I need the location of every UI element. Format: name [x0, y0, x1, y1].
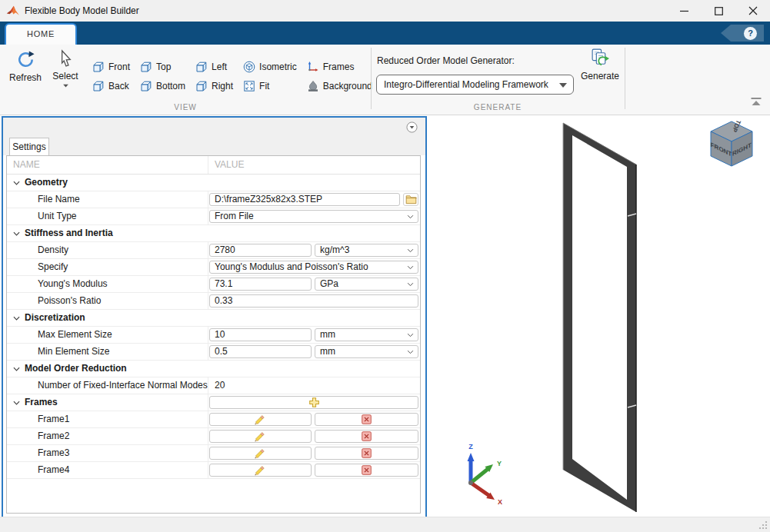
axis-z-label: Z [468, 443, 473, 451]
property-row-unit-type: Unit TypeFrom File [7, 208, 420, 225]
collapse-ribbon-button[interactable] [750, 97, 762, 107]
resize-grip[interactable] [758, 520, 768, 530]
number-of-fixed-interface-normal-modes-value[interactable]: 20 [215, 377, 225, 394]
view-button-frames[interactable]: Frames [305, 58, 374, 76]
poisson-s-ratio-input[interactable]: 0.33 [209, 294, 418, 308]
cube-back-icon [92, 80, 105, 92]
section-collapse-icon [13, 181, 20, 185]
view-cube[interactable]: TOP FRONT RIGHT [711, 119, 752, 166]
view-button-label: Left [212, 62, 227, 72]
section-title: Frames [25, 394, 58, 411]
view-button-left[interactable]: Left [194, 58, 235, 76]
edit-frame-icon [255, 431, 266, 442]
property-row-frame4: Frame4 [7, 462, 420, 479]
delete-frame-icon [361, 464, 372, 476]
window-title: Flexible Body Model Builder [25, 0, 139, 22]
minimize-button[interactable] [667, 0, 701, 22]
property-name: Frame2 [7, 428, 208, 444]
3d-viewport[interactable]: TOP FRONT RIGHT Z Y X [427, 115, 770, 517]
min-element-size-input[interactable]: 0.5 [209, 345, 312, 358]
young-s-modulus-unit-select[interactable]: GPa [315, 278, 418, 291]
property-name: Frame1 [7, 411, 208, 427]
background-icon [307, 80, 319, 92]
tab-home[interactable]: HOME [5, 23, 77, 45]
file-name-input[interactable]: D:\frameZ325x82x3.STEP [209, 193, 400, 206]
view-button-label: Front [108, 62, 130, 72]
close-button[interactable] [736, 0, 770, 22]
dropdown-caret-icon [407, 350, 414, 354]
column-header-value: VALUE [215, 156, 244, 174]
refresh-button[interactable]: Refresh [6, 49, 45, 83]
panel-collapse-button[interactable] [406, 121, 418, 133]
edit-frame3-button[interactable] [209, 447, 312, 460]
property-row-specify: SpecifyYoung's Modulus and Poisson's Rat… [7, 259, 420, 276]
dropdown-caret-icon [407, 214, 414, 219]
cube-front-icon [92, 61, 105, 73]
unit-type-select[interactable]: From File [209, 210, 418, 223]
delete-frame4-button[interactable] [315, 464, 418, 477]
section-collapse-icon [13, 367, 20, 371]
section-title-cell: Stiffness and Inertia [7, 225, 208, 241]
status-strip [0, 517, 770, 532]
generate-label: Generate [581, 71, 619, 81]
axis-y-label: Y [497, 460, 502, 467]
view-button-label: Back [108, 81, 129, 91]
property-name: Max Element Size [7, 327, 208, 343]
edit-frame2-button[interactable] [209, 430, 312, 443]
toolbar-separator [371, 48, 372, 109]
add-frame-button[interactable] [209, 396, 418, 409]
property-name: Unit Type [7, 208, 208, 224]
grid-header: NAME VALUE [7, 156, 420, 175]
refresh-icon [15, 49, 36, 70]
delete-frame1-button[interactable] [315, 413, 418, 426]
help-button[interactable]: ? [721, 25, 764, 42]
max-element-size-input[interactable]: 10 [209, 328, 312, 341]
delete-frame3-button[interactable] [315, 447, 418, 460]
select-caret-icon[interactable] [62, 84, 69, 88]
section-title: Stiffness and Inertia [25, 225, 113, 241]
edit-frame1-button[interactable] [209, 413, 312, 426]
edit-frame4-button[interactable] [209, 464, 312, 477]
delete-frame-icon [361, 447, 372, 459]
view-button-background[interactable]: Background [305, 77, 374, 95]
cube-bottom-icon [140, 80, 152, 92]
section-title-cell: Model Order Reduction [7, 361, 208, 377]
delete-frame2-button[interactable] [315, 430, 418, 443]
density-input[interactable]: 2780 [209, 244, 312, 257]
section-row-geometry: Geometry [7, 175, 420, 191]
max-element-size-unit-select[interactable]: mm [315, 328, 418, 341]
ribbon-tabbar: HOME ? [0, 22, 770, 45]
property-row-frame1: Frame1 [7, 411, 420, 428]
matlab-logo-icon [6, 4, 20, 18]
min-element-size-unit-select[interactable]: mm [315, 345, 418, 358]
view-button-front[interactable]: Front [91, 58, 132, 76]
density-unit-select[interactable]: kg/m^3 [315, 244, 418, 257]
rom-generator-select[interactable]: Integro-Differential Modeling Framework [376, 75, 574, 95]
rom-generator-label: Reduced Order Model Generator: [377, 55, 515, 66]
tab-settings[interactable]: Settings [9, 138, 49, 155]
maximize-button[interactable] [702, 0, 735, 22]
select-button[interactable]: Select [48, 49, 83, 88]
view-section-label: VIEW [0, 103, 371, 111]
view-button-top[interactable]: Top [138, 58, 187, 76]
view-button-label: Bottom [156, 81, 185, 91]
view-button-right[interactable]: Right [194, 77, 235, 95]
browse-file-button[interactable] [403, 193, 418, 206]
column-header-name: NAME [13, 156, 40, 174]
view-button-isometric[interactable]: Isometric [242, 58, 298, 76]
view-button-back[interactable]: Back [91, 77, 132, 95]
property-name: Young's Modulus [7, 276, 208, 292]
view-button-bottom[interactable]: Bottom [138, 77, 187, 95]
toolbar-separator-2 [625, 48, 625, 109]
property-grid: GeometryFile NameD:\frameZ325x82x3.STEPU… [7, 175, 420, 479]
view-button-fit[interactable]: Fit [242, 77, 298, 95]
young-s-modulus-input[interactable]: 73.1 [209, 278, 312, 291]
property-name: Number of Fixed-Interface Normal Modes [7, 377, 208, 394]
generate-button[interactable]: Generate [578, 48, 622, 81]
property-row-min-element-size: Min Element Size0.5mm [7, 344, 420, 361]
specify-select[interactable]: Young's Modulus and Poisson's Ratio [209, 261, 418, 274]
axis-x-label: X [498, 498, 502, 506]
edit-frame-icon [255, 447, 266, 459]
panel-header-strip [3, 118, 425, 155]
edit-frame-icon [255, 414, 266, 425]
